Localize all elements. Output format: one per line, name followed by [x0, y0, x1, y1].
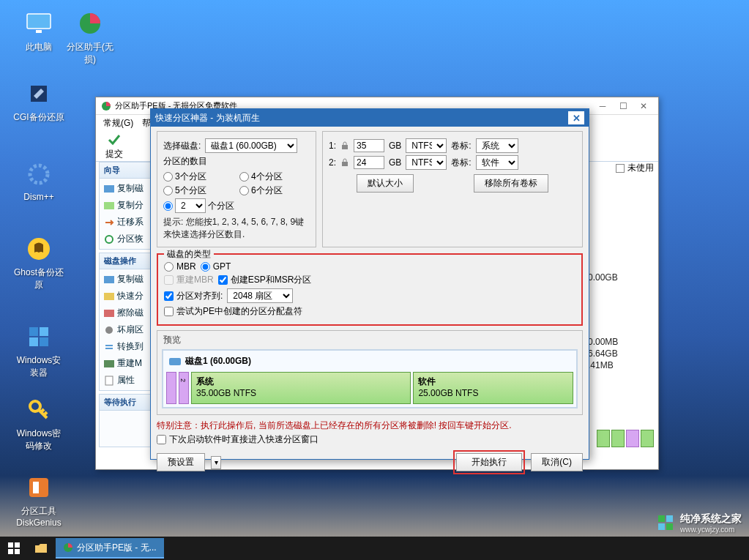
key-icon: [26, 397, 51, 422]
svg-rect-26: [658, 515, 665, 522]
svg-rect-12: [33, 482, 39, 493]
disk-preview-box: 磁盘1 (60.00GB) 2 系统 35.00GB NTFS 软件 25.00…: [162, 349, 578, 408]
align-check[interactable]: 分区对齐到:: [164, 290, 223, 302]
taskbar-app[interactable]: 分区助手PE版 - 无...: [56, 538, 164, 559]
desktop-icon-win-password[interactable]: Windows密码修改: [13, 395, 64, 452]
radio-6[interactable]: 6个分区: [239, 184, 310, 197]
start-button[interactable]: [0, 537, 28, 560]
svg-rect-15: [104, 202, 114, 209]
cancel-button[interactable]: 取消(C): [531, 453, 583, 471]
svg-rect-0: [27, 14, 51, 29]
svg-rect-31: [15, 542, 20, 548]
minimize-button[interactable]: ─: [592, 98, 613, 114]
p2-fs-select[interactable]: NTFS: [406, 155, 447, 170]
convert-icon: [104, 342, 114, 352]
desktop-icon-diskgenius[interactable]: 分区工具DiskGenius: [13, 473, 64, 528]
svg-point-16: [105, 236, 113, 243]
close-button[interactable]: ✕: [633, 98, 654, 114]
dialog-titlebar[interactable]: 快速分区神器 - 为装机而生 ✕: [151, 109, 589, 127]
preset-dropdown-arrow[interactable]: ▾: [211, 456, 221, 469]
windows-logo-icon: [8, 542, 20, 554]
disk-type-group: 磁盘的类型 MBR GPT 重建MBR 创建ESP和MSR分区 分区对齐到: 2…: [157, 253, 583, 326]
p1-fs-select[interactable]: NTFS: [406, 138, 447, 153]
svg-rect-19: [104, 310, 114, 317]
svg-rect-18: [104, 293, 114, 300]
legend-unused-label: 未使用: [627, 162, 654, 174]
disk-copy-icon: [104, 184, 114, 194]
p2-size-input[interactable]: [354, 156, 384, 169]
no-show-again-check[interactable]: 下次启动软件时直接进入快速分区窗口: [157, 433, 583, 446]
default-size-button[interactable]: 默认大小: [357, 174, 414, 193]
disk-type-legend: 磁盘的类型: [164, 248, 214, 261]
p1-index: 1:: [329, 141, 336, 151]
svg-rect-14: [104, 185, 114, 193]
svg-rect-29: [666, 523, 673, 530]
radio-5[interactable]: 5个分区: [163, 184, 234, 197]
start-button[interactable]: 开始执行: [456, 453, 522, 471]
desktop-icon-cgi-backup[interactable]: CGI备份还原: [13, 79, 64, 124]
svg-point-4: [30, 165, 48, 183]
radio-3[interactable]: 3个分区: [163, 171, 234, 183]
taskbar-explorer[interactable]: [28, 537, 54, 560]
svg-rect-24: [342, 162, 348, 166]
app-icon: [100, 100, 112, 112]
ghost-icon: [26, 236, 51, 261]
hdd-icon: [169, 357, 181, 366]
svg-rect-9: [40, 337, 48, 346]
p2-label-select[interactable]: 软件: [476, 155, 518, 170]
gpt-radio[interactable]: GPT: [201, 261, 231, 272]
svg-rect-33: [15, 549, 20, 554]
lock-icon: [340, 158, 349, 167]
start-button-highlight: 开始执行: [453, 450, 525, 474]
desktop-icon-partition-assistant[interactable]: 分区助手(无损): [64, 9, 116, 66]
preview-legend: 预览: [163, 334, 578, 346]
quick-partition-dialog: 快速分区神器 - 为装机而生 ✕ 选择磁盘: 磁盘1 (60.00GB) 分区的…: [150, 108, 589, 460]
svg-rect-27: [666, 515, 673, 522]
gear-icon: [26, 162, 51, 187]
select-disk-label: 选择磁盘:: [163, 140, 201, 152]
folder-icon: [34, 543, 48, 553]
preview-msr-part: 2: [179, 372, 189, 404]
legend-unused-square: [616, 164, 625, 173]
recover-icon: [104, 234, 114, 244]
svg-rect-23: [342, 145, 348, 149]
mbr-radio[interactable]: MBR: [164, 261, 196, 272]
p1-label-select[interactable]: 系统: [476, 138, 518, 153]
erase-icon: [104, 308, 114, 318]
svg-rect-8: [29, 337, 38, 346]
disk-icon: [26, 475, 51, 500]
create-esp-check[interactable]: 创建ESP和MSR分区: [218, 274, 312, 286]
p2-index: 2:: [329, 157, 336, 168]
desktop-icon-ghost[interactable]: Ghost备份还原: [13, 234, 64, 291]
lock-icon: [340, 141, 349, 150]
rebuild-icon: [104, 359, 114, 369]
desktop-icon-win-install[interactable]: Windows安装器: [13, 322, 64, 379]
custom-count-select[interactable]: 2: [175, 198, 206, 213]
preview-part-1: 系统 35.00GB NTFS: [191, 372, 411, 404]
svg-rect-6: [29, 327, 38, 336]
disk-icon: [104, 275, 114, 285]
remove-labels-button[interactable]: 移除所有卷标: [474, 174, 548, 193]
svg-rect-22: [105, 376, 113, 385]
watermark-icon: [657, 514, 676, 533]
menu-general[interactable]: 常规(G): [100, 116, 136, 131]
dialog-close-button[interactable]: ✕: [568, 111, 584, 124]
radio-4[interactable]: 4个分区: [239, 171, 310, 183]
desktop-icon-this-pc[interactable]: 此电脑: [13, 9, 64, 53]
sector-icon: [104, 325, 114, 335]
disk-select[interactable]: 磁盘1 (60.00GB): [205, 138, 297, 153]
hint-label: 提示: 您能按1, 2, 3, 4, 5, 6, 7, 8, 9键来快速选择分区…: [163, 216, 310, 241]
align-select[interactable]: 2048 扇区: [227, 288, 293, 303]
dialog-footer: 预设置 ▾ 开始执行 取消(C): [157, 450, 583, 474]
desktop-icon-dism[interactable]: Dism++: [13, 160, 64, 202]
partition-count-radios: 3个分区 4个分区 5个分区 6个分区 2个分区: [163, 171, 310, 213]
preview-esp-part: [166, 372, 176, 404]
disk-legend: 未使用: [616, 162, 654, 174]
assign-letter-check[interactable]: 尝试为PE中创建的分区分配盘符: [164, 305, 302, 318]
maximize-button[interactable]: ☐: [613, 98, 633, 114]
dialog-title: 快速分区神器 - 为装机而生: [155, 112, 568, 124]
preset-button[interactable]: 预设置: [157, 453, 205, 471]
radio-custom[interactable]: 2个分区: [163, 198, 310, 213]
p1-size-input[interactable]: [354, 139, 384, 152]
commit-button[interactable]: 提交: [99, 132, 130, 161]
